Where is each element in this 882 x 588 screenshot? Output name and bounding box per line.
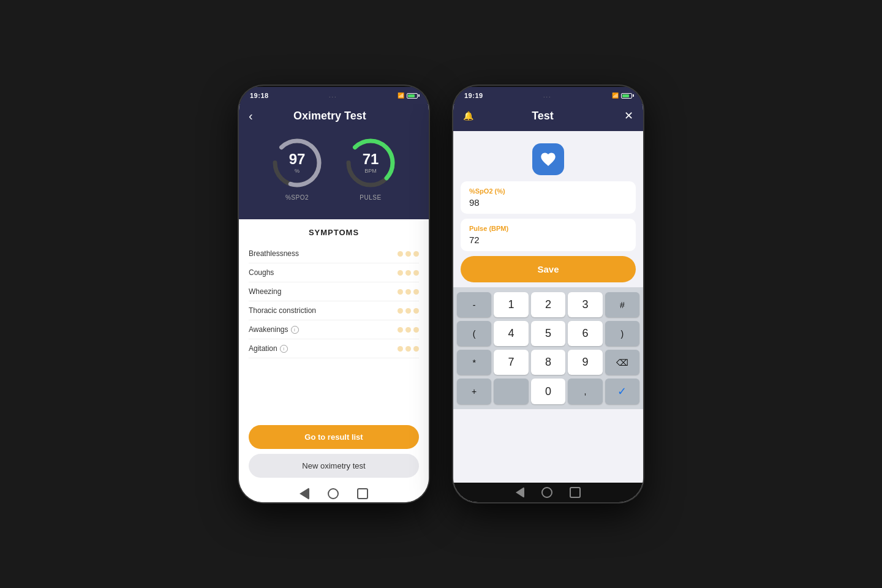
dot (398, 308, 403, 314)
numpad-open-paren[interactable]: ( (457, 321, 491, 346)
dots-0 (398, 251, 419, 257)
back-button[interactable]: ‹ (249, 109, 253, 123)
spo2-circle: 97 % (270, 135, 325, 190)
numpad-plus[interactable]: + (457, 379, 491, 404)
phone-2: 19:19 ... 📶 🔔 Test ✕ (453, 86, 643, 502)
symptoms-title: SYMPTOMS (249, 228, 419, 237)
pulse-unit: BPM (363, 168, 379, 174)
pulse-gauge: 71 BPM PULSE (343, 135, 398, 201)
numpad-minus[interactable]: - (457, 292, 491, 317)
numpad-enter[interactable]: ✓ (605, 379, 639, 404)
phone-1: 19:18 ... 📶 ‹ Oximetry Test (239, 86, 429, 502)
battery-fill-2 (622, 94, 629, 97)
dot (405, 251, 411, 257)
status-time-2: 19:19 (464, 92, 483, 99)
dot (413, 327, 419, 333)
numpad-star[interactable]: * (457, 350, 491, 375)
numpad-7[interactable]: 7 (494, 350, 528, 375)
pulse-circle: 71 BPM (343, 135, 398, 190)
symptom-name-2: Wheezing (249, 287, 281, 296)
spo2-unit: % (289, 168, 306, 174)
battery-fill-1 (408, 94, 415, 97)
dot (413, 270, 419, 276)
info-icon-awakenings: i (291, 326, 299, 334)
phone2-header: 🔔 Test ✕ (453, 104, 643, 131)
numpad: - 1 2 3 # ( 4 5 6 ) * 7 8 9 (453, 287, 643, 409)
home-button[interactable] (328, 488, 339, 499)
symptom-name-1: Coughs (249, 268, 274, 277)
status-dots-2: ... (543, 92, 552, 99)
battery-icon-2 (621, 93, 632, 99)
numpad-empty (494, 379, 528, 404)
phone1-header: ‹ Oximetry Test 97 % (239, 104, 429, 219)
recents-button[interactable] (357, 488, 368, 499)
phone1-title: Oximetry Test (253, 110, 407, 123)
spo2-gauge: 97 % %SPO2 (270, 135, 325, 201)
close-button[interactable]: ✕ (624, 109, 633, 123)
go-to-result-list-button[interactable]: Go to result list (249, 425, 419, 449)
numpad-row-0: - 1 2 3 # (456, 291, 641, 318)
symptoms-section: SYMPTOMS Breathlessness Coughs Wheez (239, 219, 429, 418)
symptom-wheezing: Wheezing (249, 282, 419, 301)
dot (413, 346, 419, 352)
status-icons-1: 📶 (398, 92, 418, 99)
numpad-row-3: + 0 , ✓ (456, 377, 641, 405)
numpad-5[interactable]: 5 (531, 321, 565, 346)
numpad-close-paren[interactable]: ) (605, 321, 639, 346)
phone1-nav: ‹ Oximetry Test (249, 109, 419, 123)
gauges-row: 97 % %SPO2 71 BP (249, 129, 419, 207)
numpad-8[interactable]: 8 (531, 350, 565, 375)
phone1-bottom-bar (239, 485, 429, 502)
symptom-coughs: Coughs (249, 263, 419, 282)
dots-3 (398, 308, 419, 314)
dot (398, 327, 403, 333)
dot (405, 289, 411, 295)
heart-icon (540, 151, 557, 168)
numpad-2[interactable]: 2 (531, 292, 565, 317)
numpad-1[interactable]: 1 (494, 292, 528, 317)
back-nav-button[interactable] (300, 488, 309, 500)
numpad-6[interactable]: 6 (568, 321, 602, 346)
battery-icon-1 (407, 93, 418, 99)
dot (398, 346, 403, 352)
symptom-thoracic: Thoracic constriction (249, 301, 419, 320)
spo2-data-section: %SpO2 (%) 98 (461, 181, 636, 214)
signal-icon-2: 📶 (612, 92, 619, 99)
dots-1 (398, 270, 419, 276)
numpad-4[interactable]: 4 (494, 321, 528, 346)
dots-2 (398, 289, 419, 295)
spo2-data-value: 98 (469, 197, 627, 208)
status-time-1: 19:18 (250, 92, 269, 99)
pulse-data-section: Pulse (BPM) 72 (461, 219, 636, 251)
numpad-9[interactable]: 9 (568, 350, 602, 375)
spo2-center: 97 % (289, 152, 306, 174)
dot (405, 270, 411, 276)
phone1-screen: ‹ Oximetry Test 97 % (239, 104, 429, 502)
home-button-2[interactable] (541, 487, 552, 498)
numpad-backspace[interactable]: ⌫ (605, 350, 639, 375)
dot (398, 251, 403, 257)
dot (405, 327, 411, 333)
symptom-name-0: Breathlessness (249, 249, 299, 258)
back-nav-button-2[interactable] (516, 487, 524, 498)
dots-4 (398, 327, 419, 333)
symptom-awakenings: Awakenings i (249, 320, 419, 339)
phone2-content: %SpO2 (%) 98 Pulse (BPM) 72 Save - 1 2 3… (453, 131, 643, 483)
dot (405, 346, 411, 352)
status-dots-1: ... (329, 92, 337, 99)
numpad-3[interactable]: 3 (568, 292, 602, 317)
pulse-center: 71 BPM (363, 152, 379, 174)
save-button[interactable]: Save (461, 256, 636, 282)
phone2-nav: 🔔 Test ✕ (463, 109, 633, 123)
status-icons-2: 📶 (612, 92, 632, 99)
symptom-name-5: Agitation i (249, 344, 288, 353)
heart-icon-container (453, 131, 643, 181)
recents-button-2[interactable] (570, 487, 581, 498)
spo2-data-label: %SpO2 (%) (469, 187, 627, 195)
phone2-title: Test (473, 110, 612, 123)
phone2-bottom-bar (453, 483, 643, 502)
numpad-comma[interactable]: , (568, 379, 602, 404)
numpad-0[interactable]: 0 (531, 379, 565, 404)
numpad-hash[interactable]: # (605, 292, 639, 317)
new-oximetry-test-button[interactable]: New oximetry test (249, 454, 419, 478)
